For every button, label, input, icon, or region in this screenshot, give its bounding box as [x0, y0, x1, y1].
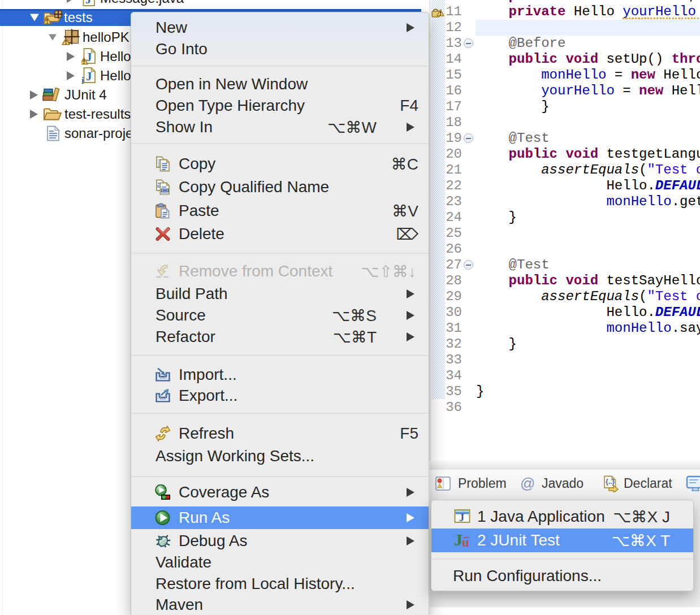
svg-text:J: J — [85, 0, 92, 6]
svg-text:{..}: {..} — [606, 478, 615, 486]
svg-text:J: J — [86, 50, 92, 63]
svg-text:i: i — [81, 75, 84, 84]
svg-text:J: J — [86, 69, 92, 83]
svg-text:J: J — [459, 512, 464, 523]
svg-text:J: J — [454, 532, 463, 548]
